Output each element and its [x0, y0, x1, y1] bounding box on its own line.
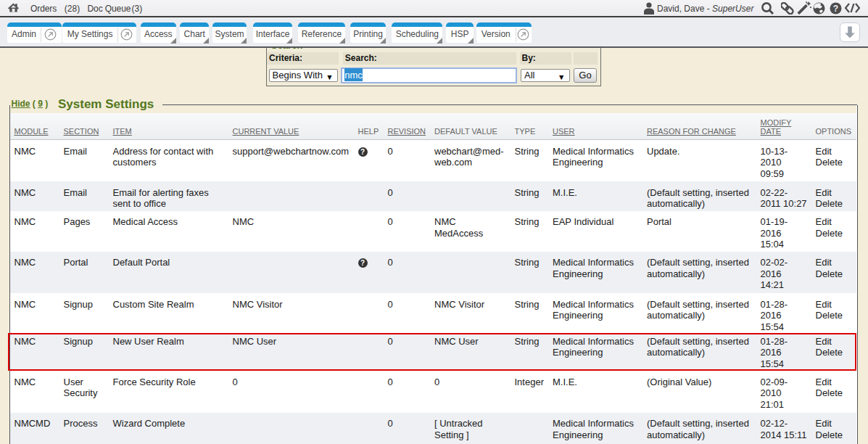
svg-text:?: ? — [833, 4, 838, 14]
